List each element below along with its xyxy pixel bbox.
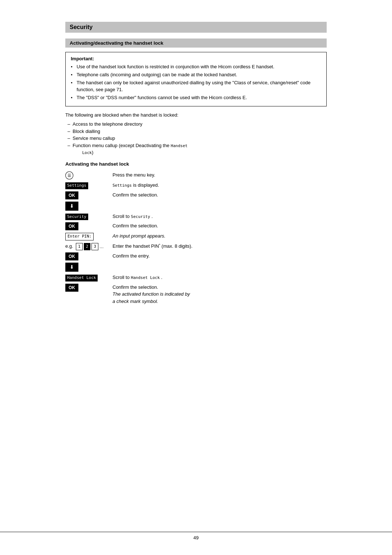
instruction-desc-9: Confirm the entry. <box>113 253 150 259</box>
table-row: Settings Settings is displayed. <box>65 181 327 190</box>
table-row: e.g. 1 2 3 … Enter the handset PIN* (max… <box>65 242 327 252</box>
key-cell: Settings <box>65 181 113 190</box>
blocked-list: Access to the telephone directory Block … <box>73 121 327 156</box>
important-bullet-2: Telephone calls (incoming and outgoing) … <box>71 72 321 78</box>
important-label: Important: <box>71 56 321 61</box>
pin-example: 1 2 3 … <box>76 243 104 251</box>
desc-cell: Scroll to Security . <box>113 212 327 222</box>
handset-lock-kbd: Handset Lock <box>65 275 98 281</box>
enter-pin-kbd: Enter PIN: <box>65 233 94 240</box>
instruction-desc-8b: (max. 8 digits). <box>160 243 192 249</box>
arrow-down-2: ⬇ <box>65 263 78 272</box>
blocked-item-4: Function menu callup (except Deactivatin… <box>73 142 327 156</box>
desc-cell: Press the menu key. <box>113 170 327 181</box>
subsection-title-text: Activating/deactivating the handset lock <box>70 40 163 46</box>
page-number: 49 <box>193 535 199 540</box>
instruction-desc-5b: Security <box>131 214 150 219</box>
instruction-desc-11c: . <box>160 275 162 280</box>
arrow-down-1: ⬇ <box>65 202 78 211</box>
desc-cell: Settings is displayed. <box>113 181 327 190</box>
key-cell: OK <box>65 221 113 231</box>
desc-cell: Scroll to Handset Lock . <box>113 273 327 283</box>
key-cell: OK <box>65 251 113 262</box>
table-row: Enter PIN: An input prompt appears. <box>65 231 327 242</box>
pin-box-2: 2 <box>84 243 91 251</box>
pin-ellipsis: … <box>99 243 104 250</box>
key-cell: Enter PIN: <box>65 231 113 242</box>
instruction-desc-5c: . <box>150 214 153 219</box>
ok-key-3: OK <box>65 252 78 260</box>
desc-cell: An input prompt appears. <box>113 231 327 242</box>
table-row: ☰ Press the menu key. <box>65 170 327 181</box>
pin-box-3: 3 <box>91 243 98 251</box>
activating-handset-title: Activating the handset lock <box>65 161 327 167</box>
key-cell: Handset Lock <box>65 273 113 283</box>
important-box: Important: Use of the handset lock funct… <box>65 52 327 106</box>
key-cell: ⬇ <box>65 200 113 212</box>
table-row: Security Scroll to Security . <box>65 212 327 222</box>
important-bullets-list: Use of the handset lock function is rest… <box>71 64 321 101</box>
instruction-desc-3: Confirm the selection. <box>113 192 158 198</box>
blocked-item-3: Service menu callup <box>73 135 327 142</box>
instruction-desc-5a: Scroll to <box>113 214 131 219</box>
blocked-intro: The following are blocked when the hands… <box>65 112 327 119</box>
key-cell: OK <box>65 283 113 306</box>
instruction-desc-7: An input prompt appears. <box>113 233 166 239</box>
menu-icon: ☰ <box>65 171 73 180</box>
desc-cell: Enter the handset PIN* (max. 8 digits). <box>113 242 327 252</box>
key-cell: e.g. 1 2 3 … <box>65 242 113 252</box>
instruction-desc-2: Settings <box>113 183 132 188</box>
table-row: Handset Lock Scroll to Handset Lock . <box>65 273 327 283</box>
desc-cell: Confirm the selection. The activated fun… <box>113 283 327 306</box>
desc-cell: Confirm the selection. <box>113 221 327 231</box>
blocked-item-1: Access to the telephone directory <box>73 121 327 128</box>
ok-key-4: OK <box>65 284 78 292</box>
instruction-desc-11b: Handset Lock <box>131 275 160 280</box>
eg-label: e.g. <box>65 243 74 249</box>
instruction-desc-12b: The activated function is indicated bya … <box>113 291 190 304</box>
important-bullet-1: Use of the handset lock function is rest… <box>71 64 321 70</box>
instruction-desc-1: Press the menu key. <box>113 172 155 178</box>
ok-key-2: OK <box>65 222 78 230</box>
page-number-bar: 49 <box>0 532 392 540</box>
table-row: ⬇ <box>65 200 327 212</box>
table-row: OK Confirm the selection. The activated … <box>65 283 327 306</box>
instruction-desc-6: Confirm the selection. <box>113 223 158 228</box>
blocked-item-2: Block dialling <box>73 128 327 135</box>
section-title-text: Security <box>70 24 93 30</box>
settings-kbd: Settings <box>65 182 88 189</box>
table-row: OK Confirm the selection. <box>65 190 327 200</box>
security-kbd: Security <box>65 214 88 220</box>
instruction-desc-12a: Confirm the selection. <box>113 284 158 290</box>
desc-cell: Confirm the entry. <box>113 251 327 262</box>
desc-cell <box>113 262 327 273</box>
section-title: Security <box>65 22 327 33</box>
table-row: OK Confirm the selection. <box>65 221 327 231</box>
key-cell: Security <box>65 212 113 222</box>
desc-cell <box>113 200 327 212</box>
important-bullet-3: The handset can only be locked against u… <box>71 80 321 93</box>
instruction-desc-11a: Scroll to <box>113 275 131 280</box>
subsection-title: Activating/deactivating the handset lock <box>65 39 327 48</box>
ok-key-1: OK <box>65 191 78 199</box>
table-row: OK Confirm the entry. <box>65 251 327 262</box>
instruction-desc-8a: Enter the handset PIN <box>113 243 159 249</box>
desc-cell: Confirm the selection. <box>113 190 327 200</box>
pin-box-1: 1 <box>76 243 83 251</box>
important-bullet-4: The "DSS" or "DSS number" functions cann… <box>71 94 321 101</box>
key-cell: ⬇ <box>65 262 113 273</box>
table-row: ⬇ <box>65 262 327 273</box>
instruction-table: ☰ Press the menu key. Settings Settings … <box>65 170 327 306</box>
page: Security Activating/deactivating the han… <box>0 0 392 555</box>
key-cell: OK <box>65 190 113 200</box>
key-cell: ☰ <box>65 170 113 181</box>
instruction-desc-2b: is displayed. <box>132 182 159 188</box>
